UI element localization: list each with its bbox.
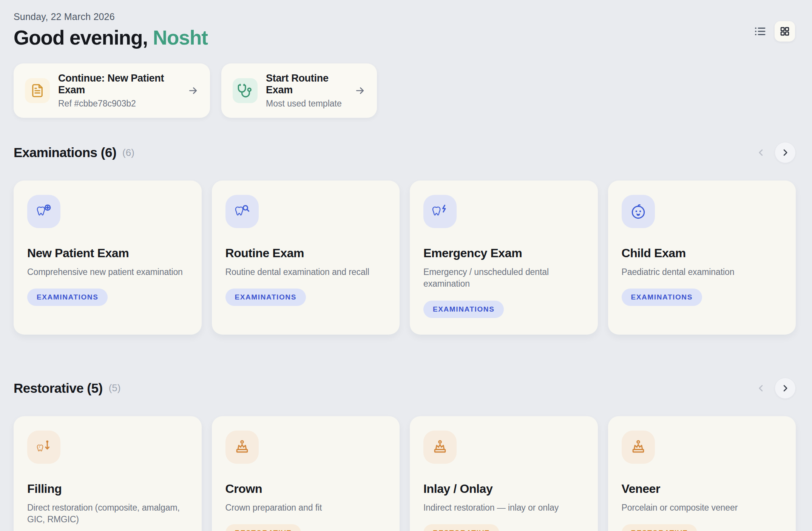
icon-tile <box>27 431 60 464</box>
template-card-inlay-onlay[interactable]: Inlay / Onlay Indirect restoration — inl… <box>410 416 598 531</box>
crown-icon <box>431 438 449 456</box>
category-badge: EXAMINATIONS <box>423 301 504 318</box>
icon-tile <box>423 195 457 228</box>
template-card-filling[interactable]: Filling Direct restoration (composite, a… <box>14 416 202 531</box>
icon-tile <box>622 195 655 228</box>
chevron-left-icon <box>756 147 766 158</box>
category-badge: EXAMINATIONS <box>27 289 108 306</box>
continue-exam-ref: Ref #cbbe78c903b2 <box>58 99 178 109</box>
icon-tile <box>225 431 259 464</box>
grid-icon <box>780 26 790 37</box>
card-description: Routine dental examination and recall <box>225 266 387 278</box>
quick-actions-row: Continue: New Patient Exam Ref #cbbe78c9… <box>14 63 796 118</box>
template-card-child-exam[interactable]: Child Exam Paediatric dental examination… <box>608 181 796 335</box>
card-title: New Patient Exam <box>27 246 189 260</box>
card-description: Direct restoration (composite, amalgam, … <box>27 502 189 526</box>
start-routine-subtitle: Most used template <box>266 99 345 109</box>
crown-icon <box>630 438 647 456</box>
restorative-section-count: (5) <box>109 382 121 394</box>
crown-icon <box>233 438 251 456</box>
examinations-section-count: (6) <box>122 147 134 159</box>
icon-tile <box>27 195 60 228</box>
chevron-right-icon <box>780 147 790 158</box>
card-title: Routine Exam <box>225 246 387 260</box>
restorative-carousel-nav <box>753 378 796 399</box>
page-title: Good evening, Nosht <box>14 26 796 49</box>
restorative-cards-row: Filling Direct restoration (composite, a… <box>14 416 796 531</box>
user-name: Nosht <box>153 26 208 49</box>
start-routine-text: Start Routine Exam Most used template <box>266 73 345 109</box>
category-badge: EXAMINATIONS <box>225 289 306 306</box>
card-title: Veneer <box>622 482 783 496</box>
template-card-new-patient-exam[interactable]: New Patient Exam Comprehensive new patie… <box>14 181 202 335</box>
tooth-filling-tool-icon <box>35 438 52 456</box>
tooth-lightning-icon <box>431 203 449 220</box>
arrow-right-icon <box>178 85 199 96</box>
restorative-section-title: Restorative (5) <box>14 381 103 396</box>
card-description: Porcelain or composite veneer <box>622 502 783 514</box>
icon-tile <box>225 195 259 228</box>
greeting-text: Good evening, <box>14 26 153 49</box>
grid-view-button[interactable] <box>775 21 795 42</box>
chevron-left-icon <box>756 383 766 394</box>
template-card-routine-exam[interactable]: Routine Exam Routine dental examination … <box>212 181 400 335</box>
restorative-section-header: Restorative (5) (5) <box>14 378 796 399</box>
continue-exam-card[interactable]: Continue: New Patient Exam Ref #cbbe78c9… <box>14 63 210 118</box>
template-card-crown[interactable]: Crown Crown preparation and fit RESTORAT… <box>212 416 400 531</box>
category-badge: RESTORATIVE <box>423 524 499 531</box>
view-toggle <box>753 21 795 42</box>
examinations-prev-button[interactable] <box>753 145 769 160</box>
examinations-section-header: Examinations (6) (6) <box>14 142 796 163</box>
category-badge: RESTORATIVE <box>622 524 698 531</box>
tooth-magnifier-icon <box>233 203 251 220</box>
list-icon <box>754 25 767 38</box>
examinations-cards-row: New Patient Exam Comprehensive new patie… <box>14 181 796 335</box>
tooth-plus-icon <box>35 203 52 220</box>
template-card-veneer[interactable]: Veneer Porcelain or composite veneer RES… <box>608 416 796 531</box>
start-routine-title: Start Routine Exam <box>266 73 345 96</box>
baby-face-icon <box>630 203 647 220</box>
stethoscope-tile <box>233 78 258 103</box>
card-title: Filling <box>27 482 189 496</box>
continue-exam-title: Continue: New Patient Exam <box>58 73 178 96</box>
list-view-button[interactable] <box>753 25 767 38</box>
continue-exam-text: Continue: New Patient Exam Ref #cbbe78c9… <box>58 73 178 109</box>
template-card-emergency-exam[interactable]: Emergency Exam Emergency / unscheduled d… <box>410 181 598 335</box>
category-badge: RESTORATIVE <box>225 524 301 531</box>
card-description: Indirect restoration — inlay or onlay <box>423 502 585 514</box>
chevron-right-icon <box>780 383 790 394</box>
restorative-next-button[interactable] <box>775 378 796 399</box>
current-date: Sunday, 22 March 2026 <box>14 11 796 22</box>
icon-tile <box>423 431 457 464</box>
examinations-section-title: Examinations (6) <box>14 145 116 160</box>
examinations-carousel-nav <box>753 142 796 163</box>
card-description: Paediatric dental examination <box>622 266 783 278</box>
card-description: Crown preparation and fit <box>225 502 387 514</box>
card-title: Emergency Exam <box>423 246 585 260</box>
icon-tile <box>622 431 655 464</box>
examinations-next-button[interactable] <box>775 142 796 163</box>
card-title: Child Exam <box>622 246 783 260</box>
category-badge: EXAMINATIONS <box>622 289 702 306</box>
document-icon <box>29 83 45 99</box>
arrow-right-icon <box>345 85 366 96</box>
dashboard-page: Sunday, 22 March 2026 Good evening, Nosh… <box>0 0 812 531</box>
card-description: Emergency / unscheduled dental examinati… <box>423 266 585 290</box>
start-routine-exam-card[interactable]: Start Routine Exam Most used template <box>221 63 377 118</box>
card-title: Inlay / Onlay <box>423 482 585 496</box>
card-title: Crown <box>225 482 387 496</box>
stethoscope-icon <box>237 83 253 99</box>
document-tile <box>25 78 50 103</box>
restorative-prev-button[interactable] <box>753 381 769 396</box>
card-description: Comprehensive new patient examination <box>27 266 189 278</box>
